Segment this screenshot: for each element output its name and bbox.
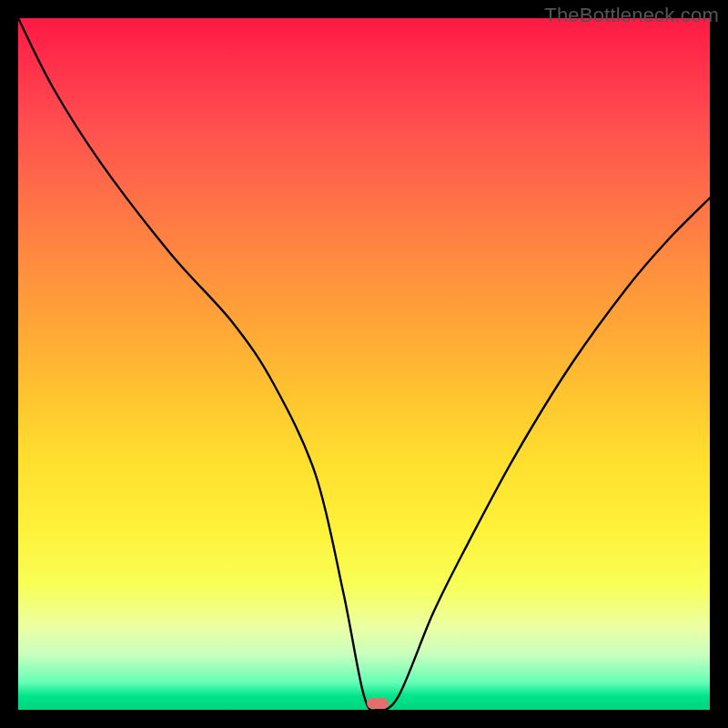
curve-path — [18, 18, 710, 710]
chart-frame: TheBottleneck.com — [0, 0, 728, 728]
watermark-text: TheBottleneck.com — [544, 4, 719, 27]
bottleneck-curve — [18, 18, 710, 710]
plot-area — [18, 18, 710, 710]
optimum-marker — [367, 698, 389, 709]
